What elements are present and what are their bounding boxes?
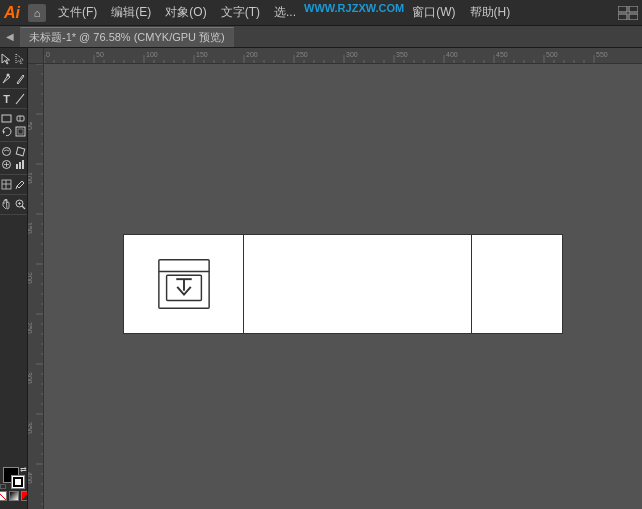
home-icon-button[interactable]: ⌂ <box>28 4 46 22</box>
svg-line-27 <box>22 206 25 209</box>
main-area: T <box>0 48 642 509</box>
svg-text:450: 450 <box>496 51 508 58</box>
table-cell-2 <box>244 235 472 333</box>
selection-tools <box>0 52 27 69</box>
svg-text:50: 50 <box>28 122 33 130</box>
none-icon[interactable]: □ <box>1 482 6 491</box>
pen-tool[interactable] <box>0 72 13 85</box>
svg-rect-2 <box>618 14 627 20</box>
stroke-inner <box>13 477 23 487</box>
pen-tools <box>0 72 27 89</box>
svg-rect-21 <box>22 160 24 169</box>
zoom-tool[interactable] <box>14 198 27 211</box>
svg-text:300: 300 <box>28 372 33 384</box>
menu-help[interactable]: 帮助(H) <box>464 2 517 23</box>
menu-type[interactable]: 文字(T) <box>215 2 266 23</box>
svg-rect-13 <box>18 129 23 134</box>
artboard <box>63 104 623 509</box>
svg-text:350: 350 <box>396 51 408 58</box>
svg-rect-20 <box>19 162 21 169</box>
table-cell-1 <box>124 235 244 333</box>
svg-rect-19 <box>16 164 18 169</box>
svg-marker-4 <box>2 54 10 64</box>
svg-text:400: 400 <box>28 472 33 484</box>
hand-tool[interactable] <box>0 198 13 211</box>
free-transform-tool[interactable] <box>14 145 27 158</box>
svg-point-14 <box>3 148 11 156</box>
warp-tool[interactable] <box>0 145 13 158</box>
svg-text:250: 250 <box>296 51 308 58</box>
svg-line-25 <box>16 186 17 189</box>
selection-tool[interactable] <box>0 52 13 65</box>
table-cell-3 <box>472 235 562 333</box>
svg-text:150: 150 <box>28 222 33 234</box>
rectangle-tool[interactable] <box>0 112 13 125</box>
svg-marker-11 <box>3 130 5 134</box>
menu-object[interactable]: 对象(O) <box>159 2 212 23</box>
svg-line-7 <box>16 94 24 104</box>
svg-text:50: 50 <box>96 51 104 58</box>
fill-stroke-indicator[interactable]: ⇄ □ <box>3 467 25 489</box>
embed-icon <box>154 254 214 314</box>
color-swatches-row <box>0 491 28 501</box>
content-table <box>123 234 563 334</box>
svg-text:400: 400 <box>446 51 458 58</box>
eyedropper-tool[interactable] <box>14 178 27 191</box>
misc-tools <box>0 145 27 175</box>
layout-icon[interactable] <box>618 5 638 21</box>
transform-tool[interactable] <box>14 125 27 138</box>
svg-text:200: 200 <box>246 51 258 58</box>
color-swatch[interactable] <box>21 491 29 501</box>
pencil-tool[interactable] <box>14 72 27 85</box>
tab-title[interactable]: 未标题-1* @ 76.58% (CMYK/GPU 预览) <box>20 27 234 47</box>
svg-text:100: 100 <box>28 172 33 184</box>
column-graph-tool[interactable] <box>14 158 27 171</box>
none-swatch[interactable] <box>0 491 7 501</box>
svg-text:0: 0 <box>46 51 50 58</box>
canvas-area: // Inline SVG ruler ticks - we'll do thi… <box>28 48 642 509</box>
svg-text:500: 500 <box>546 51 558 58</box>
type-tools: T <box>0 92 27 109</box>
svg-text:250: 250 <box>28 322 33 334</box>
home-icon: ⌂ <box>34 7 41 19</box>
svg-rect-12 <box>16 127 25 136</box>
swap-fill-stroke-icon[interactable]: ⇄ <box>20 465 27 474</box>
shape-tools <box>0 112 27 142</box>
view-tools <box>0 198 27 215</box>
ruler-top: // Inline SVG ruler ticks - we'll do thi… <box>28 48 642 64</box>
svg-rect-15 <box>16 147 25 156</box>
slice-tools <box>0 178 27 195</box>
svg-marker-5 <box>16 54 24 64</box>
collapse-arrow[interactable]: ◀ <box>4 29 16 45</box>
ruler-left: 50100150200250300350400450 <box>28 64 44 509</box>
eraser-tool[interactable] <box>14 112 27 125</box>
svg-rect-22 <box>2 180 11 189</box>
stroke-color[interactable] <box>11 475 25 489</box>
menu-bar: 文件(F) 编辑(E) 对象(O) 文字(T) 选... WWW.RJZXW.C… <box>52 2 612 23</box>
svg-text:200: 200 <box>28 272 33 284</box>
svg-rect-0 <box>618 6 627 12</box>
svg-text:300: 300 <box>346 51 358 58</box>
line-tool[interactable] <box>14 92 27 105</box>
menu-file[interactable]: 文件(F) <box>52 2 103 23</box>
rotate-tool[interactable] <box>0 125 13 138</box>
symbol-tool[interactable] <box>0 158 13 171</box>
tab-bar: ◀ 未标题-1* @ 76.58% (CMYK/GPU 预览) <box>0 26 642 48</box>
svg-rect-1 <box>629 6 638 12</box>
top-bar: Ai ⌂ 文件(F) 编辑(E) 对象(O) 文字(T) 选... WWW.RJ… <box>0 0 642 26</box>
svg-text:550: 550 <box>596 51 608 58</box>
type-tool[interactable]: T <box>0 92 13 105</box>
menu-window[interactable]: 窗口(W) <box>406 2 461 23</box>
menu-select[interactable]: 选... <box>268 2 302 23</box>
direct-selection-tool[interactable] <box>14 52 27 65</box>
color-area: ⇄ □ <box>0 463 28 505</box>
svg-text:150: 150 <box>196 51 208 58</box>
watermark-text: WWW.RJZXW.COM <box>304 2 404 23</box>
svg-rect-3 <box>629 14 638 20</box>
artboard-container[interactable] <box>44 64 642 509</box>
app-logo: Ai <box>4 5 20 21</box>
menu-edit[interactable]: 编辑(E) <box>105 2 157 23</box>
slice-tool[interactable] <box>0 178 13 191</box>
gradient-swatch[interactable] <box>9 491 19 501</box>
left-toolbar: T <box>0 48 28 509</box>
